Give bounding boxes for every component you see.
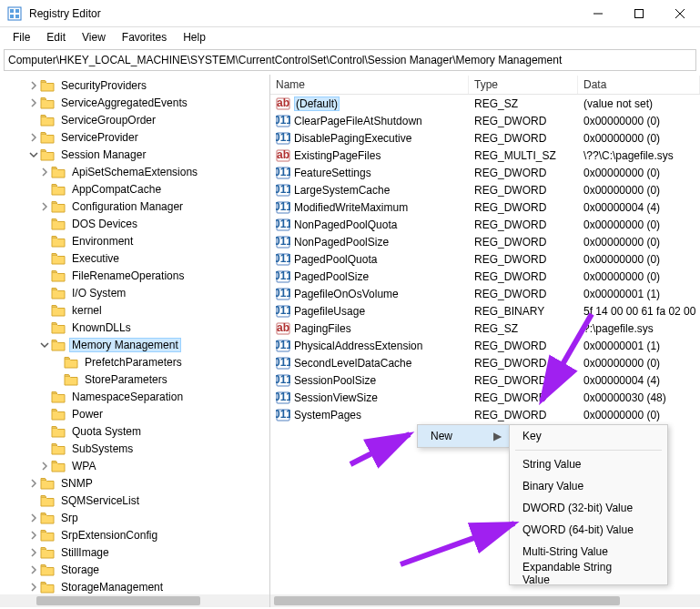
tree-node[interactable]: Configuration Manager	[2, 198, 269, 215]
tree-node[interactable]: I/O System	[2, 284, 269, 301]
tree-node[interactable]: ApiSetSchemaExtensions	[2, 163, 269, 180]
expander-icon[interactable]	[38, 408, 51, 421]
menu-help[interactable]: Help	[176, 29, 213, 46]
menu-view[interactable]: View	[75, 29, 113, 46]
tree-node[interactable]: SQMServiceList	[2, 492, 269, 509]
context-submenu-item[interactable]: QWORD (64-bit) Value	[510, 519, 667, 541]
column-data[interactable]: Data	[578, 76, 700, 94]
context-menu-new[interactable]: New ▶	[418, 425, 509, 447]
expander-icon[interactable]	[38, 287, 51, 299]
value-row[interactable]: 011ModifiedWriteMaximumREG_DWORD0x000000…	[270, 198, 700, 216]
expander-icon[interactable]	[38, 304, 51, 317]
value-row[interactable]: 011NonPagedPoolQuotaREG_DWORD0x00000000 …	[270, 216, 700, 233]
expander-icon[interactable]	[38, 252, 51, 265]
tree-horizontal-scrollbar[interactable]	[0, 594, 269, 607]
tree-node[interactable]: StoreParameters	[2, 370, 269, 388]
value-row[interactable]: 011SessionPoolSizeREG_DWORD0x00000004 (4…	[270, 371, 700, 389]
address-bar[interactable]: Computer\HKEY_LOCAL_MACHINE\SYSTEM\Curre…	[4, 49, 696, 71]
value-row[interactable]: 011DisablePagingExecutiveREG_DWORD0x0000…	[270, 129, 700, 147]
tree-node[interactable]: Memory Management	[2, 336, 269, 353]
value-row[interactable]: 011PagefileOnOsVolumeREG_DWORD0x00000001…	[270, 285, 700, 302]
close-button[interactable]	[659, 0, 700, 27]
expander-icon[interactable]	[27, 581, 40, 594]
value-row[interactable]: 011NonPagedPoolSizeREG_DWORD0x00000000 (…	[270, 233, 700, 250]
expander-icon[interactable]	[27, 512, 40, 524]
menu-edit[interactable]: Edit	[39, 29, 73, 46]
tree-node[interactable]: PrefetchParameters	[2, 353, 269, 370]
menu-file[interactable]: File	[5, 29, 37, 46]
menu-favorites[interactable]: Favorites	[115, 29, 174, 46]
tree-node[interactable]: Executive	[2, 249, 269, 267]
expander-icon[interactable]	[38, 442, 51, 455]
tree-node[interactable]: SubSystems	[2, 440, 269, 457]
value-row[interactable]: 011LargeSystemCacheREG_DWORD0x00000000 (…	[270, 181, 700, 198]
expander-icon[interactable]	[38, 391, 51, 403]
value-row[interactable]: abExistingPageFilesREG_MULTI_SZ\??\C:\pa…	[270, 147, 700, 164]
context-submenu-item[interactable]: DWORD (32-bit) Value	[510, 497, 667, 519]
expander-icon[interactable]	[38, 200, 51, 213]
tree-node[interactable]: FileRenameOperations	[2, 267, 269, 284]
context-submenu-item[interactable]: String Value	[510, 453, 667, 475]
tree-node[interactable]: Srp	[2, 509, 269, 526]
tree-node[interactable]: ServiceGroupOrder	[2, 111, 269, 128]
value-row[interactable]: 011SystemPagesREG_DWORD0x00000000 (0)	[270, 406, 700, 423]
tree-node[interactable]: DOS Devices	[2, 215, 269, 232]
tree-node[interactable]: StorageManagement	[2, 578, 269, 594]
tree-node[interactable]: AppCompatCache	[2, 180, 269, 198]
expander-icon[interactable]	[51, 356, 64, 369]
value-row[interactable]: 011SessionViewSizeREG_DWORD0x00000030 (4…	[270, 389, 700, 406]
expander-icon[interactable]	[27, 79, 40, 92]
column-name[interactable]: Name	[270, 76, 469, 94]
maximize-button[interactable]	[618, 0, 659, 27]
tree-node[interactable]: kernel	[2, 301, 269, 319]
expander-icon[interactable]	[38, 183, 51, 196]
tree-node[interactable]: SrpExtensionConfig	[2, 526, 269, 543]
expander-icon[interactable]	[38, 269, 51, 282]
tree-node[interactable]: Quota System	[2, 422, 269, 440]
tree-node[interactable]: SNMP	[2, 474, 269, 492]
tree-node[interactable]: NamespaceSeparation	[2, 388, 269, 405]
tree-node[interactable]: Session Manager	[2, 146, 269, 163]
expander-icon[interactable]	[27, 529, 40, 542]
expander-icon[interactable]	[38, 425, 51, 438]
context-submenu-item[interactable]: Key	[510, 425, 667, 447]
tree-node[interactable]: SecurityProviders	[2, 76, 269, 94]
value-row[interactable]: 011SecondLevelDataCacheREG_DWORD0x000000…	[270, 354, 700, 371]
expander-icon[interactable]	[38, 339, 51, 351]
tree-node[interactable]: StillImage	[2, 543, 269, 561]
tree-node[interactable]: ServiceAggregatedEvents	[2, 94, 269, 111]
minimize-button[interactable]	[577, 0, 618, 27]
tree-node[interactable]: ServiceProvider	[2, 128, 269, 146]
tree-node[interactable]: Environment	[2, 232, 269, 249]
context-submenu-item[interactable]: Multi-String Value	[510, 541, 667, 563]
tree-node[interactable]: KnownDLLs	[2, 319, 269, 336]
expander-icon[interactable]	[51, 373, 64, 386]
expander-icon[interactable]	[27, 148, 40, 161]
tree-node[interactable]: WPA	[2, 457, 269, 474]
value-row[interactable]: 011FeatureSettingsREG_DWORD0x00000000 (0…	[270, 164, 700, 181]
expander-icon[interactable]	[38, 321, 51, 334]
expander-icon[interactable]	[27, 494, 40, 507]
registry-tree[interactable]: SecurityProvidersServiceAggregatedEvents…	[0, 75, 269, 594]
value-row[interactable]: 011PagedPoolSizeREG_DWORD0x00000000 (0)	[270, 268, 700, 285]
value-row[interactable]: 011PagedPoolQuotaREG_DWORD0x00000000 (0)	[270, 250, 700, 268]
expander-icon[interactable]	[38, 218, 51, 230]
expander-icon[interactable]	[27, 131, 40, 144]
expander-icon[interactable]	[27, 546, 40, 559]
value-row[interactable]: abPagingFilesREG_SZ?:\pagefile.sys	[270, 320, 700, 337]
expander-icon[interactable]	[27, 114, 40, 127]
expander-icon[interactable]	[38, 166, 51, 178]
value-row[interactable]: 011ClearPageFileAtShutdownREG_DWORD0x000…	[270, 112, 700, 129]
expander-icon[interactable]	[27, 563, 40, 576]
value-row[interactable]: 011PagefileUsageREG_BINARY5f 14 00 00 61…	[270, 302, 700, 320]
expander-icon[interactable]	[27, 96, 40, 109]
expander-icon[interactable]	[38, 235, 51, 248]
value-row[interactable]: 011PhysicalAddressExtensionREG_DWORD0x00…	[270, 337, 700, 354]
tree-node[interactable]: Storage	[2, 561, 269, 578]
list-horizontal-scrollbar[interactable]	[270, 594, 700, 607]
column-type[interactable]: Type	[469, 76, 578, 94]
value-row[interactable]: ab(Default)REG_SZ(value not set)	[270, 95, 700, 112]
expander-icon[interactable]	[38, 460, 51, 472]
context-submenu-item[interactable]: Binary Value	[510, 475, 667, 497]
context-submenu-item[interactable]: Expandable String Value	[510, 563, 667, 584]
